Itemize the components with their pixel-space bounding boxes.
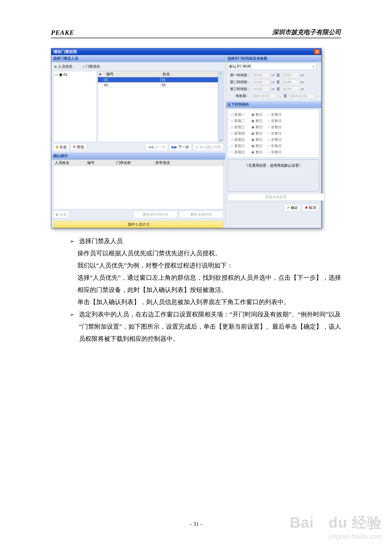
- slot1-label: 第一时间段：: [228, 73, 251, 77]
- spinner-icon[interactable]: ▴▾: [271, 73, 275, 77]
- spinner-icon[interactable]: ▴▾: [271, 80, 275, 84]
- opt-full[interactable]: ◉ 整日: [251, 131, 263, 136]
- day-check[interactable]: [231, 132, 233, 135]
- table-row[interactable]: 01 01: [98, 77, 218, 82]
- opt-partial[interactable]: ○ 非整日: [268, 137, 282, 142]
- default-time-combo[interactable]: 默认开门时间 ⌄: [228, 63, 316, 70]
- para-1: 操作员可以根据人员优先或门禁优先进行人员授权。: [77, 247, 341, 259]
- slot3-to[interactable]: 23:59: [282, 86, 299, 92]
- section-exception: 以下时间例外: [226, 101, 321, 108]
- prev-button[interactable]: ◀◀上一步: [145, 144, 168, 151]
- slot3-label: 第三时间段：: [228, 87, 251, 91]
- watermark: Baidu 经验 jingyan.baidu.com: [290, 513, 382, 540]
- people-grid[interactable]: ◂ 编号 姓名 01 01 02: [98, 71, 218, 142]
- valid-from[interactable]: 2000-01-01: [251, 93, 277, 99]
- col-gate-name[interactable]: 门禁名称: [115, 160, 154, 166]
- close-icon[interactable]: ✕: [314, 49, 320, 54]
- day-row-mon: 星期一◉ 整日○ 非整日: [230, 111, 317, 118]
- dialog-add-access: 增加门禁权限 ✕ 选择门禁及人员 ◉人员优先 ○门禁优先 — ▣ 01 ◂: [51, 48, 321, 228]
- day-row-thu: 星期四◉ 整日○ 非整日: [230, 130, 317, 137]
- slot1-to[interactable]: 23:59: [282, 73, 299, 78]
- valid-to[interactable]: 2019-12-31: [289, 93, 314, 99]
- day-row-sat: 星期六◉ 整日○ 非整日: [230, 143, 317, 149]
- bullet-2: 选定列表中的人员，在右边工作窗口设置权限相关项：“开门时间段及有效期”、“例外时…: [79, 308, 341, 345]
- day-check[interactable]: [231, 126, 233, 128]
- opt-full[interactable]: ◉ 整日: [251, 144, 263, 148]
- day-row-sun: 星期日◉ 整日○ 非整日: [230, 149, 317, 155]
- select-all-2-button[interactable]: ⧉全选: [53, 211, 69, 218]
- opt-full[interactable]: ◉ 整日: [251, 150, 263, 155]
- opt-partial[interactable]: ○ 非整日: [268, 125, 282, 130]
- status-bar: 选中:1 总计:2: [53, 221, 223, 228]
- slot1-from[interactable]: 00:00: [252, 73, 270, 78]
- col-person-id[interactable]: 编号: [86, 160, 115, 166]
- opt-full[interactable]: ◉ 整日: [251, 112, 263, 117]
- dialog-titlebar[interactable]: 增加门禁权限 ✕: [51, 48, 321, 55]
- confirm-table[interactable]: 人员姓名 编号 门禁名称 异常情况: [53, 160, 223, 209]
- bullet-icon: ➢: [70, 237, 74, 246]
- section-confirm: 确认操作: [52, 152, 225, 160]
- tree-item[interactable]: — ▣ 01: [55, 72, 96, 77]
- day-row-fri: 星期五◉ 整日○ 非整日: [230, 137, 317, 143]
- slot2-label: 第二时间段：: [228, 80, 251, 84]
- day-check[interactable]: [231, 145, 233, 147]
- opt-partial[interactable]: ○ 非整日: [268, 144, 282, 148]
- dropdown-icon[interactable]: ⌄: [316, 94, 319, 98]
- day-check[interactable]: [231, 151, 233, 153]
- update-settings-button[interactable]: 更新当前设置: [228, 193, 324, 201]
- ok-button[interactable]: ✔确定: [284, 204, 300, 211]
- slot2-to[interactable]: 23:59: [282, 79, 299, 85]
- day-check[interactable]: [231, 139, 233, 141]
- col-abnormal[interactable]: 异常情况: [154, 160, 223, 166]
- sort-icon[interactable]: ◂: [98, 71, 105, 77]
- valid-label: 有效期：: [228, 94, 249, 98]
- dropdown-icon[interactable]: ⌄: [278, 94, 282, 98]
- opt-partial[interactable]: ○ 非整日: [268, 112, 282, 117]
- x-icon: ✖: [305, 206, 308, 210]
- spinner-icon[interactable]: ▴▾: [300, 87, 304, 91]
- col-id[interactable]: 编号: [105, 71, 162, 77]
- select-all-button[interactable]: ⧉全选: [53, 144, 69, 151]
- day-row-wed: 星期三◉ 整日○ 非整日: [230, 124, 317, 130]
- dialog-title: 增加门禁权限: [53, 49, 77, 54]
- delete-selected-button[interactable]: 删除选中的内容: [133, 211, 178, 218]
- opt-partial[interactable]: ○ 非整日: [268, 131, 282, 136]
- opt-full[interactable]: ◉ 整日: [251, 118, 263, 123]
- day-check[interactable]: [231, 114, 233, 116]
- search-button[interactable]: ✎查找: [71, 144, 86, 151]
- opt-partial[interactable]: ○ 非整日: [268, 150, 282, 155]
- col-name[interactable]: 姓名: [162, 71, 218, 77]
- chevron-down-icon: ⌄: [312, 64, 315, 69]
- group-tree[interactable]: — ▣ 01: [53, 71, 97, 142]
- spinner-icon[interactable]: ▴▾: [300, 73, 304, 77]
- day-row-tue: 星期二◉ 整日○ 非整日: [230, 118, 317, 124]
- col-person-name[interactable]: 人员姓名: [53, 160, 86, 166]
- para-2: 我们以“人员优先”为例，对整个授权过程进行说明如下：: [77, 259, 341, 271]
- day-check[interactable]: [231, 120, 233, 122]
- paw-icon: [314, 513, 329, 528]
- cancel-button[interactable]: ✖取消: [302, 204, 319, 211]
- next-button[interactable]: ▶▶下一步: [169, 144, 192, 151]
- brand-label: PEAKE: [51, 29, 74, 37]
- slot3-from[interactable]: 00:00: [252, 86, 270, 92]
- body-text: ➢ 选择门禁及人员 操作员可以根据人员优先或门禁优先进行人员授权。 我们以“人员…: [51, 235, 341, 345]
- opt-full[interactable]: ◉ 整日: [251, 125, 263, 130]
- opt-full[interactable]: ◉ 整日: [251, 137, 263, 142]
- scrollbar[interactable]: ▴▾: [218, 71, 223, 142]
- table-row[interactable]: 02 02: [98, 82, 218, 88]
- section-select-people: 选择门禁及人员: [51, 55, 225, 62]
- slot2-from[interactable]: 00:00: [252, 79, 270, 85]
- spinner-icon[interactable]: ▴▾: [300, 80, 304, 84]
- radio-gate-first[interactable]: ○门禁优先: [82, 64, 100, 69]
- general-settings-note: 《无通用设置，使用系统默认设置》: [228, 160, 319, 191]
- add-confirm-button[interactable]: ⤓加入确认列表: [193, 144, 223, 151]
- days-panel: 星期一◉ 整日○ 非整日 星期二◉ 整日○ 非整日 星期三◉ 整日○ 非整日 星…: [228, 110, 319, 158]
- radio-person-first[interactable]: ◉人员优先: [54, 64, 72, 69]
- para-4: 单击【加入确认列表】，则人员信息被加入到界面左下角工作窗口的列表中。: [77, 296, 341, 308]
- para-3: 选择“人员优先”，通过窗口左上角的群信息，找到欲授权的人员并选中，点击【下一步】…: [77, 271, 341, 296]
- delete-all-button[interactable]: 删除全部内容: [179, 211, 223, 218]
- bullet-1: 选择门禁及人员: [79, 235, 123, 247]
- check-icon: ✔: [287, 206, 290, 210]
- spinner-icon[interactable]: ▴▾: [271, 87, 275, 91]
- opt-partial[interactable]: ○ 非整日: [268, 118, 282, 123]
